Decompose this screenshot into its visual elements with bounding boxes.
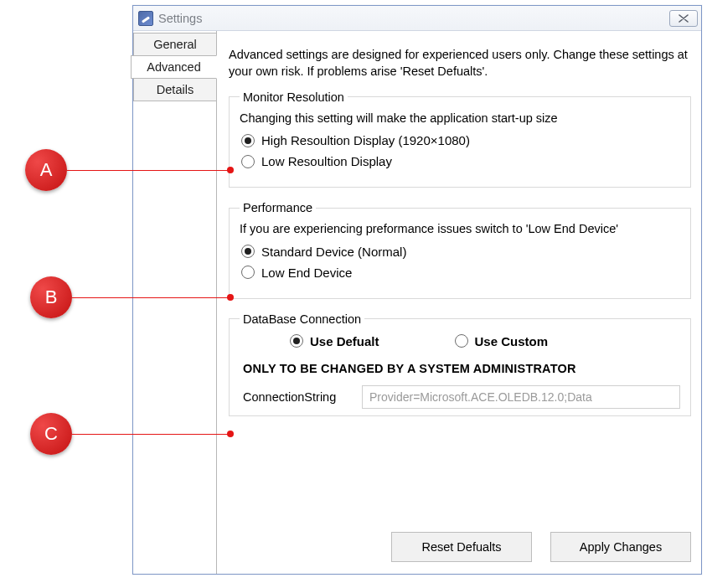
radio-icon [241, 266, 255, 279]
titlebar: Settings [133, 6, 701, 31]
group-legend: Monitor Resolution [240, 90, 348, 104]
radio-label: High Resoultion Display (1920×1080) [261, 133, 470, 147]
footer-buttons: Reset Defualts Apply Changes [391, 532, 691, 562]
radio-use-default[interactable]: Use Defualt [290, 334, 379, 348]
close-icon [679, 14, 689, 23]
radio-icon [290, 334, 303, 348]
tab-strip: General Advanced Details [133, 31, 217, 574]
radio-label: Low End Device [261, 266, 352, 280]
radio-label: Low Resoultion Display [261, 154, 392, 168]
group-legend: DataBase Connection [240, 312, 364, 326]
tab-advanced[interactable]: Advanced [131, 55, 217, 79]
radio-label: Use Defualt [310, 334, 379, 348]
radio-icon [241, 155, 255, 168]
settings-window: Settings General Advanced Details Advanc… [132, 5, 702, 575]
annotation-letter: A [25, 149, 67, 191]
annotation-letter: C [30, 413, 72, 455]
group-monitor-resolution: Monitor Resolution Changing this setting… [229, 90, 691, 188]
connection-string-label: ConnectionString [243, 390, 354, 404]
radio-high-resolution[interactable]: High Resoultion Display (1920×1080) [241, 133, 680, 147]
apply-changes-button[interactable]: Apply Changes [550, 532, 691, 562]
radio-standard-device[interactable]: Standard Device (Normal) [241, 245, 680, 259]
intro-text: Advanced settings are designed for exper… [229, 46, 691, 80]
close-button[interactable] [669, 10, 698, 27]
radio-use-custom[interactable]: Use Custom [455, 334, 549, 348]
radio-icon [455, 334, 468, 348]
group-legend: Performance [240, 201, 316, 214]
radio-label: Standard Device (Normal) [261, 245, 406, 259]
wrench-icon [138, 11, 153, 26]
tab-details[interactable]: Details [133, 78, 217, 101]
radio-label: Use Custom [475, 334, 549, 348]
radio-low-end-device[interactable]: Low End Device [241, 266, 680, 280]
annotation-letter: B [30, 276, 72, 318]
group-database-connection: DataBase Connection Use Defualt Use Cust… [229, 312, 691, 416]
admin-warning: ONLY TO BE CHANGED BY A SYSTEM ADMINISTR… [243, 362, 680, 375]
group-performance: Performance If you are experiencing pref… [229, 201, 691, 299]
group-description: Changing this setting will make the appl… [240, 111, 680, 127]
connection-string-input[interactable]: Provider=Microsoft.ACE.OLEDB.12.0;Data [362, 385, 680, 409]
radio-icon [241, 134, 255, 147]
tab-general[interactable]: General [133, 33, 217, 56]
radio-low-resolution[interactable]: Low Resoultion Display [241, 154, 680, 168]
radio-icon [241, 245, 255, 258]
tab-panel-advanced: Advanced settings are designed for exper… [216, 31, 701, 574]
reset-defaults-button[interactable]: Reset Defualts [391, 532, 532, 562]
window-title: Settings [158, 12, 664, 25]
group-description: If you are experiencing preformance issu… [240, 221, 680, 238]
